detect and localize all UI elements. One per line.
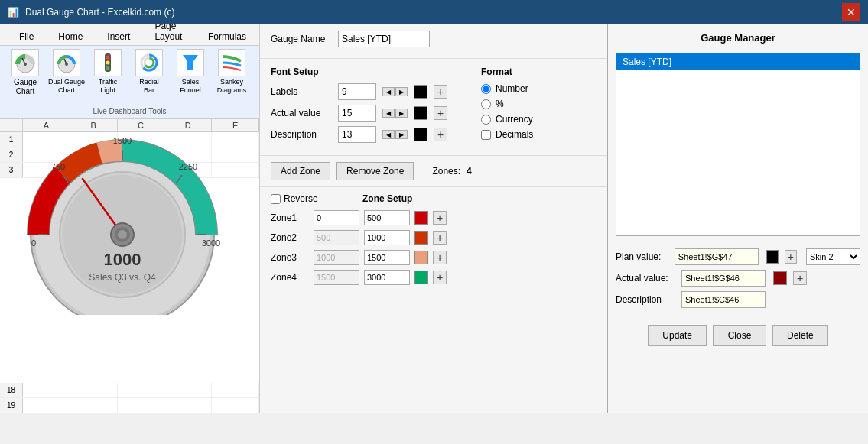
zone-2-to[interactable] [364,230,410,245]
close-button-manager[interactable]: Close [713,325,766,346]
zone-4-color[interactable] [414,271,428,284]
svg-point-8 [106,61,110,65]
radio-currency[interactable] [481,115,491,125]
zone-1-plus[interactable]: + [433,211,447,225]
app-icon: 📊 [8,7,19,18]
format-radio-group: Number % Currency Decimals [481,83,597,140]
description-prop-label: Description [616,294,677,305]
tab-page-layout[interactable]: Page Layout [143,24,195,45]
labels-plus[interactable]: + [434,85,447,99]
gauge-list-item-0[interactable]: Sales [YTD] [616,53,860,70]
zone-3-from [314,250,359,265]
zone-1-to[interactable] [364,210,410,225]
description-prop-input[interactable] [681,291,766,308]
zone-row-2: Zone2 + [271,230,597,245]
plan-value-input[interactable] [675,248,759,265]
manager-panel: Gauge Manager Sales [YTD] Plan value: + … [608,24,868,413]
actual-spin-down[interactable]: ◀ [382,109,395,118]
radio-percent[interactable] [481,99,491,109]
zone-4-plus[interactable]: + [433,271,447,284]
zone-1-from[interactable] [314,210,359,225]
gauge-chart-icon [11,49,39,76]
toolbar-traffic-light[interactable]: Traffic Light [89,49,127,96]
zones-count: 4 [467,166,472,177]
actual-value-color[interactable] [773,271,787,285]
sankey-icon [218,49,245,76]
zone-2-color[interactable] [414,231,428,245]
close-button[interactable]: ✕ [842,3,860,21]
svg-point-27 [118,230,127,239]
desc-color[interactable] [414,128,427,141]
desc-spin-down[interactable]: ◀ [382,130,395,139]
gauge-description: Sales Q3 vs. Q4 [89,272,156,283]
toolbar-gauge-chart[interactable]: Gauge Chart [6,49,44,96]
manager-title: Gauge Manager [616,32,860,44]
gauge-name-input[interactable] [338,31,430,47]
actual-color[interactable] [414,106,427,120]
zone-2-label: Zone2 [271,232,309,243]
format-section: Format Number % Currency [470,59,607,155]
zone-2-plus[interactable]: + [433,231,447,245]
radio-percent-label: % [496,99,504,109]
plan-value-plus[interactable]: + [785,250,797,264]
checkbox-decimals-row: Decimals [481,129,597,140]
zone-4-from [314,270,359,285]
plan-value-color[interactable] [766,250,779,264]
tab-formulas[interactable]: Formulas [197,28,258,45]
remove-zone-button[interactable]: Remove Zone [336,162,414,180]
title-text: Dual Gauge Chart - Excelkid.com (c) [25,7,174,18]
gauge-list[interactable]: Sales [YTD] [616,53,860,236]
labels-spin-up[interactable]: ▶ [395,87,408,96]
labels-color[interactable] [414,85,427,99]
radio-percent-row: % [481,99,597,109]
zone-4-label: Zone4 [271,272,309,283]
radio-number[interactable] [481,84,491,94]
actual-value-plus[interactable]: + [793,271,807,285]
actual-plus[interactable]: + [434,106,447,120]
labels-label: Labels [271,86,332,97]
zone-3-color[interactable] [414,251,428,264]
description-input[interactable] [338,126,376,143]
actual-value-prop-input[interactable] [681,270,766,287]
labels-spin: ◀ ▶ [382,87,408,96]
zone-setup-section: Reverse Zone Setup Zone1 + Zone2 + Zone3… [260,187,607,296]
toolbar-sankey[interactable]: Sankey Diagrams [213,49,251,96]
gauge-label-750: 750 [51,162,65,171]
gauge-name-row: Gauge Name [271,31,597,47]
zone-1-color[interactable] [414,211,428,225]
svg-point-9 [106,66,110,70]
desc-spin-up[interactable]: ▶ [395,130,408,139]
svg-point-5 [65,63,68,66]
gauge-label-3000: 3000 [202,238,220,248]
actual-value-label: Actual value [271,108,332,118]
update-button[interactable]: Update [648,325,707,346]
checkbox-decimals[interactable] [481,130,491,140]
toolbar-dual-gauge[interactable]: Dual Gauge Chart [47,49,86,96]
description-row: Description ◀ ▶ + [271,126,459,143]
zone-row-1: Zone1 + [271,210,597,225]
radial-bar-icon [135,49,163,76]
delete-button[interactable]: Delete [772,325,828,346]
zone-3-to[interactable] [364,250,410,265]
skin-select[interactable]: Skin 1 Skin 2 Skin 3 [806,248,860,265]
toolbar-radial-bar[interactable]: Radial Bar [130,49,168,96]
zone-row-3: Zone3 + [271,250,597,265]
main-layout: File Home Insert Page Layout Formulas [0,24,868,413]
reverse-checkbox[interactable] [271,194,281,204]
actual-value-input[interactable] [338,105,376,122]
labels-input[interactable] [338,83,376,100]
plan-value-label: Plan value: [616,251,670,262]
zone-3-plus[interactable]: + [433,251,447,264]
desc-plus[interactable]: + [434,128,447,141]
actual-spin-up[interactable]: ▶ [395,109,408,118]
tab-insert[interactable]: Insert [96,28,141,45]
tab-home[interactable]: Home [47,28,94,45]
tab-file[interactable]: File [8,28,45,45]
labels-spin-down[interactable]: ◀ [382,87,395,96]
traffic-light-icon [94,49,122,76]
bottom-row-nums: 18 19 [0,383,259,413]
zone-4-to[interactable] [364,270,410,285]
toolbar-sales-funnel[interactable]: Sales Funnel [171,49,210,96]
add-zone-button[interactable]: Add Zone [271,162,330,180]
font-setup-title: Font Setup [271,66,459,77]
